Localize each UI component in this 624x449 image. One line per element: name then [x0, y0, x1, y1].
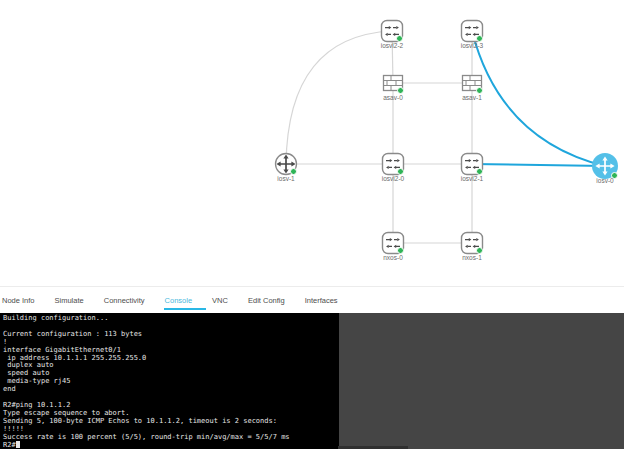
node-label: iosv-1: [264, 175, 308, 182]
cml-simulation-window: iosvl2-2 iosvl2-3 asav-0: [0, 0, 624, 449]
status-ok-icon: [290, 168, 297, 175]
terminal-prompt-line: R2#: [3, 441, 339, 449]
topology-canvas[interactable]: iosvl2-2 iosvl2-3 asav-0: [0, 0, 624, 287]
node-iosvl2-2[interactable]: iosvl2-2: [370, 16, 414, 46]
node-asav-0[interactable]: asav-0: [371, 68, 415, 98]
status-ok-icon: [476, 168, 483, 175]
node-label: nxos-0: [371, 254, 415, 261]
console-tab-bar: Node InfoSimulateConnectivityConsoleVNCE…: [0, 286, 624, 313]
node-iosv-0[interactable]: iosv-0: [583, 151, 624, 181]
terminal-line: end: [3, 386, 339, 394]
tab-connectivity[interactable]: Connectivity: [104, 287, 145, 313]
tab-interfaces[interactable]: Interfaces: [305, 287, 338, 313]
tab-simulate[interactable]: Simulate: [55, 287, 84, 313]
terminal-cursor: [16, 441, 20, 448]
node-iosvl2-1[interactable]: iosvl2-1: [450, 149, 494, 179]
status-ok-icon: [476, 87, 483, 94]
node-nxos-1[interactable]: nxos-1: [450, 228, 494, 258]
terminal-line: Current configuration : 113 bytes: [3, 331, 339, 339]
terminal-prompt: R2#: [3, 441, 16, 449]
status-ok-icon: [397, 168, 404, 175]
terminal-line: duplex auto: [3, 362, 339, 370]
tab-node-info[interactable]: Node Info: [2, 287, 35, 313]
console-panel: Building configuration...Current configu…: [0, 313, 624, 449]
terminal-line: Success rate is 100 percent (5/5), round…: [3, 434, 339, 442]
links-svg: [0, 0, 624, 287]
tab-console[interactable]: Console: [165, 287, 193, 313]
terminal-line: media-type rj45: [3, 378, 339, 386]
node-label: nxos-1: [450, 254, 494, 261]
terminal-output[interactable]: Building configuration...Current configu…: [0, 313, 339, 449]
links-layer: [0, 0, 624, 287]
terminal-line: Building configuration...: [3, 315, 339, 323]
node-label: asav-1: [450, 94, 494, 101]
status-ok-icon: [397, 87, 404, 94]
node-asav-1[interactable]: asav-1: [450, 68, 494, 98]
tab-edit-config[interactable]: Edit Config: [248, 287, 285, 313]
node-label: iosvl2-2: [370, 42, 414, 49]
tab-vnc[interactable]: VNC: [212, 287, 228, 313]
node-label: iosvl2-3: [450, 42, 494, 49]
status-ok-icon: [397, 247, 404, 254]
node-nxos-0[interactable]: nxos-0: [371, 228, 415, 258]
node-label: iosv-0: [583, 177, 624, 184]
node-iosvl2-0[interactable]: iosvl2-0: [371, 149, 415, 179]
node-label: asav-0: [371, 94, 415, 101]
node-iosvl2-3[interactable]: iosvl2-3: [450, 16, 494, 46]
node-label: iosvl2-0: [371, 175, 415, 182]
terminal-line: Sending 5, 100-byte ICMP Echos to 10.1.1…: [3, 418, 339, 426]
status-ok-icon: [396, 35, 403, 42]
node-iosv-1[interactable]: iosv-1: [264, 149, 308, 179]
status-ok-icon: [476, 247, 483, 254]
node-label: iosvl2-1: [450, 175, 494, 182]
status-ok-icon: [476, 35, 483, 42]
